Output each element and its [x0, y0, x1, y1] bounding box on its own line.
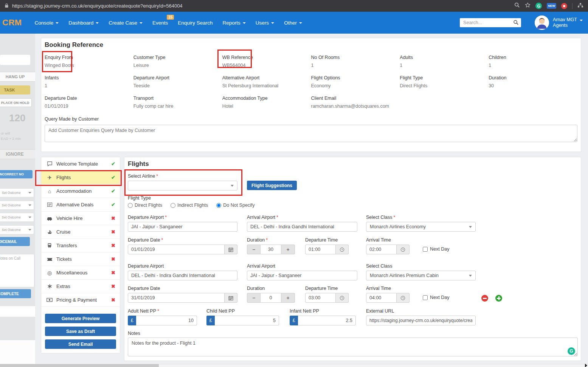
extension-icon[interactable] — [561, 3, 567, 9]
add-segment-button[interactable] — [495, 295, 502, 302]
departure-airport-input[interactable] — [128, 271, 237, 280]
duration-decrement-button[interactable]: − — [247, 245, 261, 254]
radio-input[interactable] — [171, 203, 175, 208]
airline-select[interactable] — [128, 181, 237, 190]
radio-input[interactable] — [128, 203, 133, 208]
user-avatar[interactable] — [535, 15, 549, 30]
clock-icon[interactable] — [397, 245, 410, 254]
notes-label: Notes — [128, 331, 140, 336]
scrollbar-thumb[interactable] — [0, 364, 159, 367]
departure-time-input[interactable] — [305, 245, 336, 254]
call-timer: 120 — [9, 112, 25, 124]
nav-other[interactable]: Other — [281, 18, 305, 28]
clock-icon[interactable] — [336, 293, 349, 303]
radio-input[interactable] — [216, 203, 221, 208]
incorrect-no-button[interactable]: INCORRECT NO — [0, 170, 33, 178]
set-outcome-dropdown[interactable]: Set Outcome — [0, 188, 34, 197]
nav-reports[interactable]: Reports — [220, 18, 249, 28]
nav-console[interactable]: Console — [32, 18, 62, 28]
child-nett-input[interactable] — [215, 316, 279, 325]
scroll-right-arrow[interactable] — [585, 364, 587, 367]
departure-date-input[interactable] — [128, 245, 225, 254]
next-day-checkbox[interactable]: Next Day — [423, 246, 449, 252]
voicemail-button[interactable]: VOICEMAIL — [0, 237, 30, 246]
nav-create-case[interactable]: Create Case — [105, 18, 146, 28]
save-as-draft-button[interactable]: Save as Draft — [45, 327, 116, 336]
flight-type-radio-indirect[interactable]: Indirect Flights — [171, 203, 208, 208]
set-outcome-dropdown[interactable]: Set Outcome — [0, 201, 34, 210]
call-panel-input[interactable] — [0, 55, 30, 65]
checkbox-input[interactable] — [423, 295, 428, 300]
send-email-button[interactable]: Send Email — [45, 339, 116, 349]
search-icon[interactable] — [514, 2, 520, 9]
clock-icon[interactable] — [336, 245, 349, 254]
sidebar-item-accommodation[interactable]: ⌂Accommodation✔ — [41, 184, 120, 198]
sidebar-item-transfers[interactable]: Transfers✖ — [41, 239, 120, 252]
sidebar-item-tickets[interactable]: Tickets✖ — [41, 252, 120, 266]
sidebar-item-miscellaneous[interactable]: ◎Miscellaneous✖ — [41, 266, 120, 280]
arrival-airport-input[interactable] — [247, 222, 357, 232]
grammarly-extension-icon[interactable] — [535, 3, 542, 9]
crm-logo[interactable]: CRM — [2, 18, 22, 28]
main-area: HANG UP TASK PLACE ON HOLD 120 or will E… — [0, 34, 588, 367]
sitemap-icon[interactable] — [577, 3, 583, 9]
lock-icon — [5, 3, 9, 9]
grammarly-icon[interactable] — [568, 347, 575, 355]
adult-nett-input[interactable] — [136, 316, 197, 325]
sidebar-item-vehicle-hire[interactable]: Vehicle Hire✖ — [41, 212, 120, 225]
sidebar-item-alternative-deals[interactable]: Alternative Deals✔ — [41, 198, 120, 212]
sidebar-item-extras[interactable]: Extras✖ — [41, 280, 120, 293]
remove-segment-button[interactable] — [481, 295, 488, 302]
flight-type-radio-do-not-specify[interactable]: Do Not Specify — [216, 203, 254, 208]
calendar-icon[interactable] — [225, 245, 237, 254]
duration-decrement-button[interactable]: − — [247, 293, 261, 303]
set-outcome-dropdown[interactable]: Set Outcome — [0, 225, 34, 234]
url-text[interactable]: https://staging.journey-crm.co.uk/enquir… — [12, 3, 183, 9]
duration-input[interactable] — [261, 293, 281, 303]
complete-button[interactable]: COMPLETE — [0, 289, 31, 298]
calendar-icon[interactable] — [225, 293, 237, 303]
select-class-dropdown[interactable]: Monarch Airlines Economy — [366, 222, 476, 232]
departure-date-input[interactable] — [128, 293, 225, 303]
task-button[interactable]: TASK — [0, 85, 30, 94]
duration-input[interactable] — [261, 245, 281, 254]
bookmark-star-icon[interactable] — [525, 2, 531, 9]
nav-enquiry-search[interactable]: Enquiry Search — [175, 18, 216, 28]
duration-increment-button[interactable]: + — [281, 293, 295, 303]
sidebar-item-welcome-template[interactable]: Welcome Template✔ — [41, 157, 120, 171]
checkbox-input[interactable] — [423, 247, 428, 252]
external-url-input[interactable] — [366, 316, 476, 325]
nav-users[interactable]: Users — [253, 18, 277, 28]
duration-increment-button[interactable]: + — [281, 245, 295, 254]
infant-nett-input[interactable] — [298, 316, 356, 325]
search-input[interactable] — [460, 18, 521, 27]
sidebar-item-pricing-payment[interactable]: Pricing & Payment✖ — [41, 293, 120, 307]
search-icon[interactable] — [513, 20, 519, 27]
flight-suggestions-button[interactable]: Flight Suggestions — [247, 181, 297, 190]
departure-time-input[interactable] — [305, 293, 336, 303]
clock-icon[interactable] — [397, 293, 410, 303]
user-menu[interactable]: Arnav MGT Agents — [553, 17, 583, 28]
sidebar-item-flights[interactable]: ✈Flights✔ — [41, 171, 120, 184]
query-textarea[interactable] — [45, 125, 577, 142]
arrival-time-input[interactable] — [366, 293, 397, 303]
departure-airport-input[interactable] — [128, 222, 237, 232]
set-outcome-dropdown[interactable]: Set Outcome — [0, 213, 34, 222]
place-on-hold-button[interactable]: PLACE ON HOLD — [0, 98, 32, 107]
hang-up-button[interactable]: HANG UP — [0, 72, 35, 82]
chevron-down-icon — [231, 185, 234, 187]
notes-textarea[interactable]: Notes for the product - Flight 1 — [128, 338, 578, 356]
next-day-checkbox[interactable]: Next Day — [423, 295, 449, 300]
arrival-time-input[interactable] — [366, 245, 397, 254]
notes-on-call-textarea[interactable]: Notes on Call — [0, 254, 34, 287]
select-class-dropdown[interactable]: Monarch Airlines Premium Cabin — [366, 271, 476, 280]
sidebar-item-cruise[interactable]: Cruise✖ — [41, 225, 120, 239]
ignore-button[interactable]: IGNORE — [0, 149, 35, 159]
arrival-airport-input[interactable] — [247, 271, 357, 280]
flight-type-radio-direct[interactable]: Direct Flights — [128, 203, 162, 208]
generate-preview-button[interactable]: Generate Preview — [45, 314, 116, 323]
nav-dashboard[interactable]: Dashboard — [65, 18, 102, 28]
nav-events[interactable]: Events15 — [149, 18, 171, 28]
new-extension-badge[interactable]: NEW — [547, 3, 556, 9]
horizontal-scrollbar[interactable] — [0, 364, 588, 367]
